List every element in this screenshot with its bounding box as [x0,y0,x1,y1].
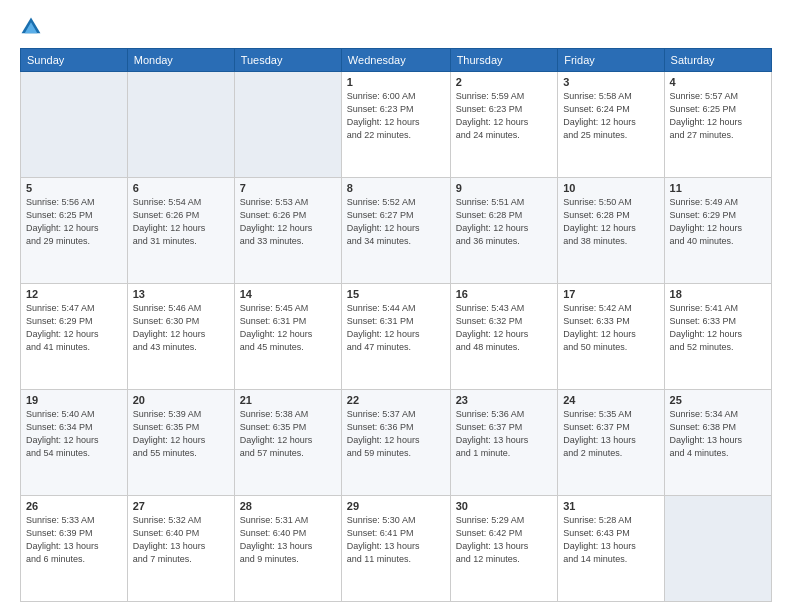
day-number: 14 [240,288,336,300]
day-number: 18 [670,288,766,300]
calendar-cell: 10Sunrise: 5:50 AM Sunset: 6:28 PM Dayli… [558,178,664,284]
day-info: Sunrise: 5:31 AM Sunset: 6:40 PM Dayligh… [240,514,336,566]
day-info: Sunrise: 5:41 AM Sunset: 6:33 PM Dayligh… [670,302,766,354]
calendar-cell [234,72,341,178]
calendar-week-4: 26Sunrise: 5:33 AM Sunset: 6:39 PM Dayli… [21,496,772,602]
day-info: Sunrise: 5:42 AM Sunset: 6:33 PM Dayligh… [563,302,658,354]
calendar-cell: 27Sunrise: 5:32 AM Sunset: 6:40 PM Dayli… [127,496,234,602]
calendar-cell: 4Sunrise: 5:57 AM Sunset: 6:25 PM Daylig… [664,72,771,178]
weekday-header-monday: Monday [127,49,234,72]
calendar-cell: 29Sunrise: 5:30 AM Sunset: 6:41 PM Dayli… [341,496,450,602]
day-number: 29 [347,500,445,512]
day-number: 19 [26,394,122,406]
logo-icon [20,16,42,38]
calendar-cell: 2Sunrise: 5:59 AM Sunset: 6:23 PM Daylig… [450,72,558,178]
calendar-week-1: 5Sunrise: 5:56 AM Sunset: 6:25 PM Daylig… [21,178,772,284]
calendar-cell: 16Sunrise: 5:43 AM Sunset: 6:32 PM Dayli… [450,284,558,390]
weekday-header-tuesday: Tuesday [234,49,341,72]
calendar-cell: 5Sunrise: 5:56 AM Sunset: 6:25 PM Daylig… [21,178,128,284]
calendar: SundayMondayTuesdayWednesdayThursdayFrid… [20,48,772,602]
calendar-cell: 14Sunrise: 5:45 AM Sunset: 6:31 PM Dayli… [234,284,341,390]
day-info: Sunrise: 5:57 AM Sunset: 6:25 PM Dayligh… [670,90,766,142]
day-info: Sunrise: 5:28 AM Sunset: 6:43 PM Dayligh… [563,514,658,566]
day-info: Sunrise: 5:35 AM Sunset: 6:37 PM Dayligh… [563,408,658,460]
calendar-cell: 25Sunrise: 5:34 AM Sunset: 6:38 PM Dayli… [664,390,771,496]
day-info: Sunrise: 5:29 AM Sunset: 6:42 PM Dayligh… [456,514,553,566]
weekday-header-saturday: Saturday [664,49,771,72]
calendar-cell: 12Sunrise: 5:47 AM Sunset: 6:29 PM Dayli… [21,284,128,390]
day-number: 8 [347,182,445,194]
calendar-cell: 1Sunrise: 6:00 AM Sunset: 6:23 PM Daylig… [341,72,450,178]
day-number: 25 [670,394,766,406]
day-number: 16 [456,288,553,300]
calendar-cell [664,496,771,602]
weekday-header-thursday: Thursday [450,49,558,72]
day-info: Sunrise: 5:52 AM Sunset: 6:27 PM Dayligh… [347,196,445,248]
calendar-cell: 28Sunrise: 5:31 AM Sunset: 6:40 PM Dayli… [234,496,341,602]
day-number: 12 [26,288,122,300]
day-info: Sunrise: 5:47 AM Sunset: 6:29 PM Dayligh… [26,302,122,354]
calendar-cell: 8Sunrise: 5:52 AM Sunset: 6:27 PM Daylig… [341,178,450,284]
calendar-cell: 20Sunrise: 5:39 AM Sunset: 6:35 PM Dayli… [127,390,234,496]
day-number: 10 [563,182,658,194]
day-number: 21 [240,394,336,406]
day-info: Sunrise: 5:33 AM Sunset: 6:39 PM Dayligh… [26,514,122,566]
day-number: 28 [240,500,336,512]
calendar-cell: 13Sunrise: 5:46 AM Sunset: 6:30 PM Dayli… [127,284,234,390]
day-info: Sunrise: 5:53 AM Sunset: 6:26 PM Dayligh… [240,196,336,248]
day-number: 15 [347,288,445,300]
calendar-cell: 9Sunrise: 5:51 AM Sunset: 6:28 PM Daylig… [450,178,558,284]
day-info: Sunrise: 5:51 AM Sunset: 6:28 PM Dayligh… [456,196,553,248]
calendar-cell [21,72,128,178]
day-number: 1 [347,76,445,88]
calendar-cell [127,72,234,178]
day-info: Sunrise: 5:40 AM Sunset: 6:34 PM Dayligh… [26,408,122,460]
day-number: 24 [563,394,658,406]
page: SundayMondayTuesdayWednesdayThursdayFrid… [0,0,792,612]
calendar-cell: 17Sunrise: 5:42 AM Sunset: 6:33 PM Dayli… [558,284,664,390]
calendar-cell: 26Sunrise: 5:33 AM Sunset: 6:39 PM Dayli… [21,496,128,602]
header [20,16,772,38]
calendar-cell: 23Sunrise: 5:36 AM Sunset: 6:37 PM Dayli… [450,390,558,496]
day-number: 31 [563,500,658,512]
day-number: 11 [670,182,766,194]
calendar-cell: 21Sunrise: 5:38 AM Sunset: 6:35 PM Dayli… [234,390,341,496]
calendar-cell: 22Sunrise: 5:37 AM Sunset: 6:36 PM Dayli… [341,390,450,496]
day-info: Sunrise: 5:56 AM Sunset: 6:25 PM Dayligh… [26,196,122,248]
day-info: Sunrise: 5:38 AM Sunset: 6:35 PM Dayligh… [240,408,336,460]
day-number: 22 [347,394,445,406]
day-number: 4 [670,76,766,88]
day-info: Sunrise: 5:59 AM Sunset: 6:23 PM Dayligh… [456,90,553,142]
day-number: 7 [240,182,336,194]
day-info: Sunrise: 5:39 AM Sunset: 6:35 PM Dayligh… [133,408,229,460]
day-number: 6 [133,182,229,194]
weekday-header-wednesday: Wednesday [341,49,450,72]
calendar-cell: 24Sunrise: 5:35 AM Sunset: 6:37 PM Dayli… [558,390,664,496]
day-info: Sunrise: 5:54 AM Sunset: 6:26 PM Dayligh… [133,196,229,248]
day-info: Sunrise: 5:46 AM Sunset: 6:30 PM Dayligh… [133,302,229,354]
calendar-cell: 18Sunrise: 5:41 AM Sunset: 6:33 PM Dayli… [664,284,771,390]
day-number: 20 [133,394,229,406]
calendar-week-2: 12Sunrise: 5:47 AM Sunset: 6:29 PM Dayli… [21,284,772,390]
calendar-cell: 30Sunrise: 5:29 AM Sunset: 6:42 PM Dayli… [450,496,558,602]
weekday-header-sunday: Sunday [21,49,128,72]
calendar-week-0: 1Sunrise: 6:00 AM Sunset: 6:23 PM Daylig… [21,72,772,178]
day-info: Sunrise: 6:00 AM Sunset: 6:23 PM Dayligh… [347,90,445,142]
day-number: 23 [456,394,553,406]
day-info: Sunrise: 5:37 AM Sunset: 6:36 PM Dayligh… [347,408,445,460]
day-number: 17 [563,288,658,300]
day-number: 27 [133,500,229,512]
day-info: Sunrise: 5:58 AM Sunset: 6:24 PM Dayligh… [563,90,658,142]
day-info: Sunrise: 5:30 AM Sunset: 6:41 PM Dayligh… [347,514,445,566]
weekday-header-friday: Friday [558,49,664,72]
calendar-cell: 6Sunrise: 5:54 AM Sunset: 6:26 PM Daylig… [127,178,234,284]
logo [20,16,46,38]
calendar-cell: 3Sunrise: 5:58 AM Sunset: 6:24 PM Daylig… [558,72,664,178]
day-info: Sunrise: 5:45 AM Sunset: 6:31 PM Dayligh… [240,302,336,354]
calendar-cell: 15Sunrise: 5:44 AM Sunset: 6:31 PM Dayli… [341,284,450,390]
day-info: Sunrise: 5:36 AM Sunset: 6:37 PM Dayligh… [456,408,553,460]
calendar-cell: 11Sunrise: 5:49 AM Sunset: 6:29 PM Dayli… [664,178,771,284]
day-number: 3 [563,76,658,88]
day-number: 26 [26,500,122,512]
day-number: 5 [26,182,122,194]
